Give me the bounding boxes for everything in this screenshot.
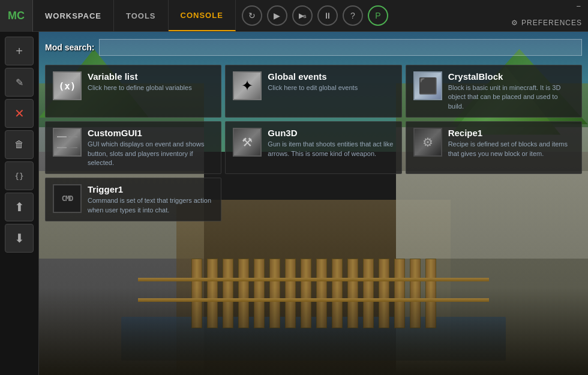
- braces-icon: {}: [14, 172, 24, 181]
- crystal-block-desc: Block is basic unit in minecraft. It is …: [448, 83, 574, 111]
- gui-cell-4: [68, 147, 78, 148]
- gun3d-desc: Gun is item that shoots entities that ac…: [268, 140, 394, 158]
- flag-button[interactable]: P: [368, 5, 388, 26]
- global-events-text: Global events Click here to edit global …: [268, 71, 394, 92]
- variable-list-title: Variable list: [88, 71, 214, 82]
- cards-grid: (x) Variable list Click here to define g…: [45, 65, 582, 221]
- preferences-button[interactable]: ⚙ PREFERENCES: [505, 16, 588, 29]
- trash-icon: 🗑: [14, 139, 24, 150]
- download-icon: ⬇: [14, 231, 25, 245]
- sidebar-add-button[interactable]: +: [5, 37, 34, 65]
- sidebar-export-button[interactable]: ⬆: [5, 193, 34, 221]
- search-bar: Mod search:: [45, 39, 582, 56]
- crystal-block-title: CrystalBlock: [448, 71, 574, 82]
- gear-icon: ⚙: [511, 19, 518, 27]
- play-button[interactable]: ▶: [267, 5, 287, 26]
- content-area: Mod search: (x) Variable list Click here…: [39, 32, 588, 375]
- sidebar-code-button[interactable]: {}: [5, 161, 34, 190]
- upload-icon: ⬆: [14, 200, 25, 214]
- nav-tabs: WORKSPACE TOOLS CONSOLE: [33, 0, 236, 31]
- recipe1-desc: Recipe is defined set of blocks and item…: [448, 140, 574, 158]
- gun3d-text: Gun3D Gun is item that shoots entities t…: [268, 128, 394, 158]
- crystal-block-icon: ⬛: [413, 71, 442, 100]
- help-button[interactable]: ?: [343, 5, 363, 26]
- card-trigger1[interactable]: CMD Trigger1 Command is set of text that…: [45, 178, 221, 221]
- pause-button[interactable]: ⏸: [317, 5, 338, 26]
- edit-icon: ✎: [16, 77, 23, 88]
- sidebar-import-button[interactable]: ⬇: [5, 224, 34, 253]
- x-icon: ✕: [14, 106, 25, 121]
- card-recipe1[interactable]: ⚙ Recipe1 Recipe is defined set of block…: [406, 121, 582, 174]
- gun3d-icon: ⚒: [233, 128, 262, 157]
- customgui-title: CustomGUI1: [88, 128, 214, 138]
- refresh-button[interactable]: ↻: [242, 5, 262, 26]
- search-input[interactable]: [99, 39, 582, 56]
- card-crystal-block[interactable]: ⬛ CrystalBlock Block is basic unit in mi…: [406, 65, 582, 118]
- tab-tools[interactable]: TOOLS: [114, 0, 169, 31]
- sidebar-trash-button[interactable]: 🗑: [5, 130, 34, 159]
- sidebar: + ✎ ✕ 🗑 {} ⬆ ⬇: [0, 32, 39, 375]
- card-customgui[interactable]: CustomGUI1 GUI which displays on event a…: [45, 121, 221, 174]
- variable-list-desc: Click here to define global variables: [88, 83, 214, 92]
- preferences-label: PREFERENCES: [521, 19, 582, 27]
- main-area: + ✎ ✕ 🗑 {} ⬆ ⬇: [0, 32, 588, 375]
- tab-workspace[interactable]: WORKSPACE: [33, 0, 114, 31]
- customgui-desc: GUI which displays on event and shows bu…: [88, 140, 214, 167]
- card-global-events[interactable]: ✦ Global events Click here to edit globa…: [225, 65, 401, 118]
- minimize-button[interactable]: −: [576, 2, 588, 11]
- card-variable-list[interactable]: (x) Variable list Click here to define g…: [45, 65, 221, 118]
- toolbar: ↻ ▶ ▶S ⏸ ? P: [242, 5, 505, 26]
- right-section: − ⚙ PREFERENCES: [505, 0, 588, 31]
- customgui-icon: [53, 128, 82, 157]
- customgui-text: CustomGUI1 GUI which displays on event a…: [88, 128, 214, 167]
- plus-icon: +: [16, 44, 23, 58]
- card-gun3d[interactable]: ⚒ Gun3D Gun is item that shoots entities…: [225, 121, 401, 174]
- app-logo: MC: [0, 0, 33, 32]
- stop-button[interactable]: ▶S: [292, 5, 313, 26]
- gun3d-title: Gun3D: [268, 128, 394, 138]
- global-events-title: Global events: [268, 71, 394, 82]
- search-label: Mod search:: [45, 43, 94, 52]
- gui-cell-2: [68, 136, 78, 137]
- gui-cell-1: [57, 136, 67, 137]
- recipe1-icon: ⚙: [413, 128, 442, 157]
- title-bar: MC WORKSPACE TOOLS CONSOLE ↻ ▶ ▶S ⏸ ? P …: [0, 0, 588, 32]
- trigger1-icon: CMD: [53, 184, 82, 213]
- global-events-icon: ✦: [233, 71, 262, 100]
- recipe1-title: Recipe1: [448, 128, 574, 138]
- trigger1-title: Trigger1: [88, 184, 214, 194]
- crystal-block-text: CrystalBlock Block is basic unit in mine…: [448, 71, 574, 111]
- gui-cell-3: [57, 147, 67, 148]
- sidebar-edit-button[interactable]: ✎: [5, 68, 34, 97]
- sidebar-delete-button[interactable]: ✕: [5, 99, 34, 128]
- variable-list-icon: (x): [53, 71, 82, 100]
- trigger1-text: Trigger1 Command is set of text that tri…: [88, 184, 214, 215]
- global-events-desc: Click here to edit global events: [268, 83, 394, 92]
- variable-list-text: Variable list Click here to define globa…: [88, 71, 214, 92]
- trigger1-desc: Command is set of text that triggers act…: [88, 196, 214, 215]
- tab-console[interactable]: CONSOLE: [169, 0, 236, 31]
- recipe1-text: Recipe1 Recipe is defined set of blocks …: [448, 128, 574, 158]
